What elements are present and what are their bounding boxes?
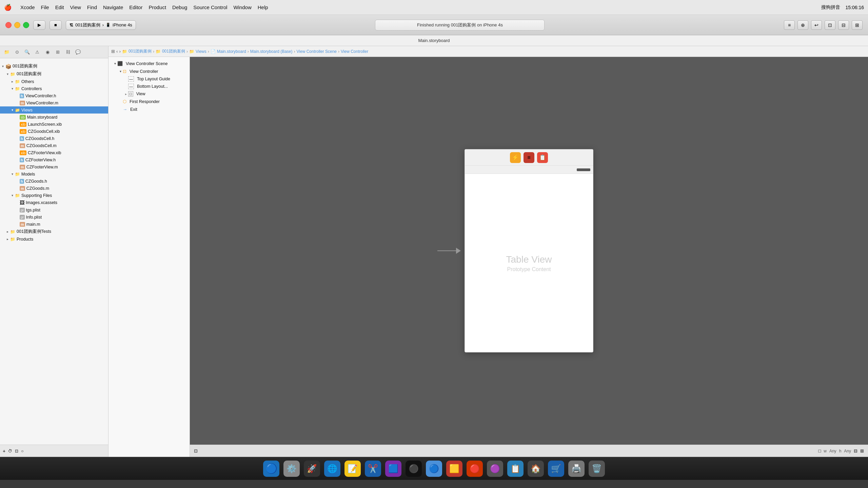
breadcrumb-project[interactable]: 001团购案例 (129, 48, 152, 54)
utilities-btn[interactable]: ⊞ (852, 20, 863, 30)
forward-btn[interactable]: › (119, 49, 120, 54)
menu-source-control[interactable]: Source Control (193, 4, 227, 10)
menu-edit[interactable]: Edit (55, 4, 64, 10)
menu-navigate[interactable]: Navigate (103, 4, 123, 10)
scene-item-vc_scene[interactable]: ▾ ⬛ View Controller Scene (108, 60, 190, 67)
scheme-icon-btn[interactable]: ⊕ (797, 20, 808, 30)
menu-help[interactable]: Help (258, 4, 268, 10)
layout-icon-btn[interactable]: ≡ (784, 20, 795, 30)
link-btn[interactable]: ⛓ (64, 48, 72, 56)
menu-editor[interactable]: Editor (129, 4, 142, 10)
add-file-btn[interactable]: + (3, 448, 5, 454)
dock-onenote[interactable]: 🟦 (385, 461, 401, 477)
expand-h-btn[interactable]: ⊞ (860, 448, 864, 453)
dock-xcode[interactable]: ✂️ (365, 461, 381, 477)
sidebar-item-group1[interactable]: ▾ 📁 001团购案例 (0, 70, 108, 78)
scene-item-top_layout[interactable]: — Top Layout Guide (108, 75, 190, 83)
chat-btn[interactable]: 💬 (74, 48, 82, 56)
sidebar-item-views[interactable]: ▾ 📁 Views (0, 106, 108, 114)
scene-item-view[interactable]: ▸ □ View (108, 90, 190, 98)
menu-xcode[interactable]: Xcode (20, 4, 35, 10)
dock-printer[interactable]: 🖨️ (568, 461, 585, 477)
collapse-h-btn[interactable]: ⊟ (854, 448, 857, 453)
sidebar-item-info_plist[interactable]: pl Info.plist (0, 214, 108, 221)
dock-terminal[interactable]: ⚫ (406, 461, 422, 477)
dock-xcode2[interactable]: 🛒 (548, 461, 564, 477)
filter-btn[interactable]: ⊡ (15, 449, 18, 453)
breadcrumb-group[interactable]: 001团购案例 (162, 48, 185, 54)
apple-menu[interactable]: 🍎 (4, 4, 12, 11)
minimize-button[interactable] (14, 22, 20, 28)
dock-word[interactable]: 📋 (507, 461, 524, 477)
sidebar-item-vc_h[interactable]: h ViewController.h (0, 92, 108, 99)
run-button[interactable]: ▶ (33, 20, 45, 30)
sidebar-item-images_xcassets[interactable]: 🖼 Images.xcassets (0, 199, 108, 206)
sidebar-item-others[interactable]: ▸ 📁 Others (0, 78, 108, 85)
dock-filezilla[interactable]: 🔴 (467, 461, 483, 477)
sidebar-item-tgs_plist[interactable]: pl tgs.plist (0, 206, 108, 214)
grid-btn[interactable]: ⊞ (54, 48, 62, 56)
dock-sourcetree[interactable]: 🔵 (426, 461, 442, 477)
sidebar-item-products[interactable]: ▸ 📁 Products (0, 236, 108, 243)
sidebar-item-main_storyboard[interactable]: sb Main.storyboard (0, 114, 108, 121)
folder-icon-btn[interactable]: 📁 (3, 48, 11, 56)
scene-item-exit[interactable]: → Exit (108, 105, 190, 113)
sidebar-item-root[interactable]: ▾ 📦 001团购案例 (0, 62, 108, 70)
dock-safari[interactable]: 🌐 (324, 461, 340, 477)
breadcrumb-views[interactable]: Views (196, 49, 206, 54)
dock-trash[interactable]: 🗑️ (589, 461, 605, 477)
breadcrumb-vc-scene[interactable]: View Controller Scene (297, 49, 337, 54)
grid-view-btn[interactable]: ⊞ (111, 49, 115, 54)
sidebar-item-czfooter_h[interactable]: h CZFooterView.h (0, 156, 108, 163)
sidebar-item-main_m[interactable]: m main.m (0, 221, 108, 228)
dock-preferences[interactable]: ⚙️ (283, 461, 300, 477)
menu-window[interactable]: Window (233, 4, 251, 10)
breadcrumb-storyboard[interactable]: Main.storyboard (217, 49, 246, 54)
dock-unknown1[interactable]: 🟣 (487, 461, 503, 477)
git-btn[interactable]: ◉ (43, 48, 52, 56)
jump-btn[interactable]: ↩ (811, 20, 822, 30)
sidebar-item-launch_screen[interactable]: xib LaunchScreen.xib (0, 121, 108, 128)
scheme-selector[interactable]: 🏗 001团购案例 › 📱 iPhone 4s (66, 20, 136, 30)
canvas-settings-btn[interactable]: ⊡ (194, 448, 198, 453)
sidebar-item-czgoods_cell_h[interactable]: h CZGoodsCell.h (0, 135, 108, 142)
maximize-button[interactable] (23, 22, 29, 28)
sidebar-item-supporting[interactable]: ▾ 📁 Supporting Files (0, 192, 108, 199)
sidebar-item-controllers[interactable]: ▾ 📁 Controllers (0, 85, 108, 92)
scene-item-first_responder[interactable]: ⬡ First Responder (108, 98, 190, 105)
menu-debug[interactable]: Debug (172, 4, 187, 10)
sidebar-item-tests[interactable]: ▸ 📁 001团购案例Tests (0, 228, 108, 236)
sidebar-item-czgoods_cell_xib[interactable]: xib CZGoodsCell.xib (0, 128, 108, 135)
sidebar-item-czgoods_m[interactable]: m CZGoods.m (0, 185, 108, 192)
menu-file[interactable]: File (41, 4, 49, 10)
sidebar-item-czgoods_h[interactable]: h CZGoods.h (0, 178, 108, 185)
scene-item-bottom_layout[interactable]: — Bottom Layout... (108, 83, 190, 90)
history-btn[interactable]: ⏱ (8, 449, 12, 453)
navigator-btn[interactable]: ⊡ (825, 20, 835, 30)
menu-product[interactable]: Product (149, 4, 166, 10)
search-sidebar-btn[interactable]: 🔍 (23, 48, 31, 56)
warning-btn[interactable]: ⚠ (33, 48, 41, 56)
breadcrumb-vc[interactable]: View Controller (341, 49, 368, 54)
sidebar-item-vc_m[interactable]: m ViewController.m (0, 99, 108, 106)
close-button[interactable] (5, 22, 12, 28)
menu-view[interactable]: View (70, 4, 81, 10)
dock-launchpad[interactable]: 🚀 (304, 461, 320, 477)
debug-btn[interactable]: ⊟ (838, 20, 849, 30)
stop-button[interactable]: ■ (50, 20, 62, 30)
breadcrumb-storyboard-base[interactable]: Main.storyboard (Base) (250, 49, 293, 54)
dock-finder[interactable]: 🔵 (263, 461, 279, 477)
dock-instruments[interactable]: 🏠 (528, 461, 544, 477)
scene-item-vc[interactable]: ▾ ⊡ View Controller (108, 67, 190, 75)
dock-notes[interactable]: 📝 (344, 461, 361, 477)
back-btn[interactable]: ‹ (116, 49, 118, 54)
sidebar-item-czfooter_xib[interactable]: xib CZFooterView.xib (0, 149, 108, 156)
menu-find[interactable]: Find (87, 4, 97, 10)
expand-btn[interactable]: ○ (21, 449, 23, 453)
sidebar-item-models[interactable]: ▾ 📁 Models (0, 170, 108, 178)
size-inspect-btn[interactable]: □ (818, 448, 821, 453)
dock-powerpoint[interactable]: 🟨 (446, 461, 462, 477)
source-btn[interactable]: ⊙ (13, 48, 21, 56)
sidebar-item-czfooter_m[interactable]: m CZFooterView.m (0, 163, 108, 170)
sidebar-item-czgoods_cell_m[interactable]: m CZGoodsCell.m (0, 142, 108, 149)
